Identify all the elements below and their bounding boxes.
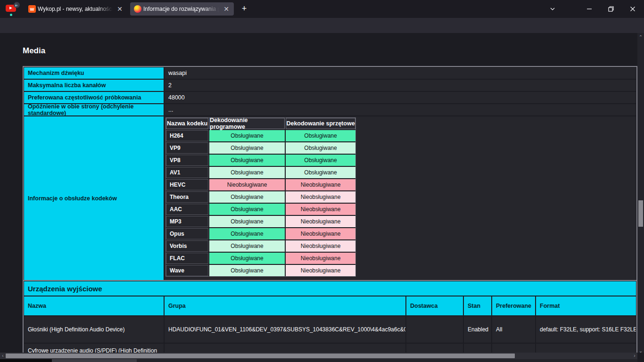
horizontal-scrollbar[interactable]: ‹ › [0,353,637,359]
col-header: Format [536,296,636,315]
codec-table-container: Nazwa kodeku Dekodowanie programowe Deko… [165,116,636,280]
table-row: Opóźnienie w obie strony (odchylenie sta… [24,104,636,115]
table-row: Maksymalna liczba kanałów 2 [24,80,636,91]
bottom-strip-segment [0,359,52,362]
codec-name: Opus [166,228,208,239]
codec-hardware-status: Nieobsługiwane [286,265,355,276]
row-label: Preferowana częstotliwość próbkowania [24,92,164,103]
codec-hardware-status: Obsługiwane [286,167,355,178]
codec-hardware-status: Nieobsługiwane [286,240,355,252]
codec-software-status: Obsługiwane [209,142,285,154]
codec-software-status: Obsługiwane [209,253,285,264]
wykop-favicon-icon: w [28,5,36,13]
tab-title: Informacje do rozwiązywania pr [143,6,221,12]
tab-close-icon[interactable]: ✕ [116,6,124,12]
codec-row: Opus Obsługiwane Nieobsługiwane [166,228,355,239]
restore-button[interactable] [602,2,620,16]
bottom-strip-segment [52,359,137,362]
row-value: 48000 [165,92,636,103]
vertical-scrollbar[interactable]: ⌃ ⌄ [637,33,644,362]
bottom-edge-strip [0,359,637,362]
codec-name: FLAC [166,253,208,264]
codec-name: AAC [166,204,208,215]
codec-name: HEVC [166,179,208,190]
device-vendor [406,316,463,343]
row-label: Maksymalna liczba kanałów [24,80,164,91]
tab-title: Wykop.pl - newsy, aktualności, [38,6,114,12]
tab-wykop[interactable]: w Wykop.pl - newsy, aktualności, ✕ [25,2,127,16]
table-row: Preferowana częstotliwość próbkowania 48… [24,92,636,103]
title-bar: 🔈 w Wykop.pl - newsy, aktualności, ✕ Inf… [0,0,644,18]
codec-table: Nazwa kodeku Dekodowanie programowe Deko… [165,117,356,277]
table-row: Mechanizm dźwięku wasapi [24,67,636,79]
pinned-tab-youtube[interactable]: 🔈 [6,3,20,15]
codec-hardware-status: Obsługiwane [286,155,355,166]
device-name: Głośniki (High Definition Audio Device) [24,316,164,343]
codec-software-status: Obsługiwane [209,191,285,203]
tab-close-icon[interactable]: ✕ [223,6,230,12]
codec-hardware-status: Nieobsługiwane [286,216,355,227]
codec-row: H264 Obsługiwane Obsługiwane [166,130,355,141]
tab-attention-dot [10,14,12,16]
codec-software-status: Obsługiwane [209,204,285,215]
scroll-right-icon[interactable]: › [632,353,637,359]
codec-row: Vorbis Obsługiwane Nieobsługiwane [166,240,355,252]
codec-hardware-status: Obsługiwane [286,142,355,154]
device-group: HDAUDIO\FUNC_01&VEN_1106&DEV_0397&SUBSYS… [165,316,405,343]
codec-hardware-status: Nieobsługiwane [286,204,355,215]
row-label: Opóźnienie w obie strony (odchylenie sta… [24,104,164,115]
horizontal-scrollbar-thumb[interactable] [6,354,515,358]
codec-row: HEVC Nieobsługiwane Nieobsługiwane [166,179,355,190]
firefox-favicon-icon [134,5,141,13]
col-header: Grupa [165,296,405,315]
scroll-up-icon[interactable]: ⌃ [638,34,644,41]
list-all-tabs-button[interactable] [543,2,562,16]
codec-section-label: Informacje o obsłudze kodeków [24,116,164,280]
codec-support-row: Informacje o obsłudze kodeków Nazwa kode… [24,116,636,280]
codec-name: Vorbis [166,240,208,252]
codec-software-status: Obsługiwane [209,265,285,276]
codec-row: AAC Obsługiwane Nieobsługiwane [166,204,355,215]
codec-name: H264 [166,130,208,141]
tab-support-active[interactable]: Informacje do rozwiązywania pr ✕ [130,2,234,16]
codec-row: VP8 Obsługiwane Obsługiwane [166,155,355,166]
codec-hardware-status: Nieobsługiwane [286,179,355,190]
codec-row: AV1 Obsługiwane Obsługiwane [166,167,355,178]
col-header: Stan [464,296,491,315]
codec-col-header: Nazwa kodeku [166,118,208,129]
codec-hardware-status: Obsługiwane [286,130,355,141]
codec-name: Theora [166,191,208,203]
row-value: wasapi [165,67,636,79]
codec-row: VP9 Obsługiwane Obsługiwane [166,142,355,154]
codec-software-status: Nieobsługiwane [209,179,285,190]
codec-hardware-status: Nieobsługiwane [286,191,355,203]
minimize-button[interactable] [580,2,599,16]
codec-software-status: Obsługiwane [209,155,285,166]
codec-name: VP9 [166,142,208,154]
output-devices-header-row: Nazwa Grupa Dostawca Stan Preferowane Fo… [24,296,636,315]
codec-software-status: Obsługiwane [209,228,285,239]
about-support-page: Media Mechanizm dźwięku wasapi Maksymaln… [0,33,644,362]
close-window-button[interactable] [623,2,642,16]
codec-row: MP3 Obsługiwane Nieobsługiwane [166,216,355,227]
device-preferred: All [492,316,535,343]
col-header: Nazwa [24,296,164,315]
vertical-scrollbar-thumb[interactable] [638,200,643,227]
device-row: Głośniki (High Definition Audio Device) … [24,316,636,343]
page-title: Media [23,46,45,56]
scroll-left-icon[interactable]: ‹ [0,353,6,359]
row-value: 2 [165,80,636,91]
scrollbar-corner [637,353,644,362]
codec-row: FLAC Obsługiwane Nieobsługiwane [166,253,355,264]
codec-row: Wave Obsługiwane Nieobsługiwane [166,265,355,276]
navigation-toolbar: Firefox about:support 🔒 uO Y You Tube [0,18,644,33]
codec-name: MP3 [166,216,208,227]
codec-name: Wave [166,265,208,276]
codec-row: Theora Obsługiwane Nieobsługiwane [166,191,355,203]
output-devices-table: Urządzenia wyjściowe Nazwa Grupa Dostawc… [23,280,637,362]
row-value: ... [165,104,636,115]
new-tab-button[interactable]: + [239,3,250,15]
codec-col-header: Dekodowanie programowe [209,118,285,129]
device-state: Enabled [464,316,491,343]
browser-window: 🔈 w Wykop.pl - newsy, aktualności, ✕ Inf… [0,0,644,362]
